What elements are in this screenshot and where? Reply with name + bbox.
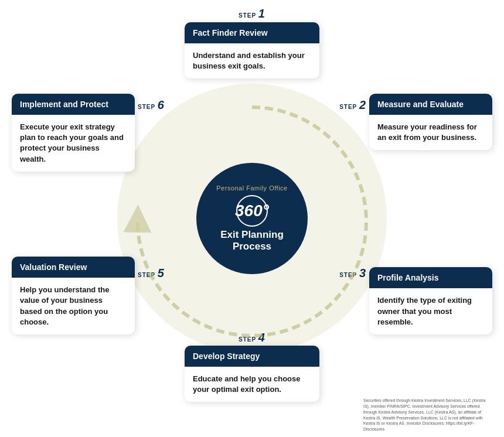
step-card-1: Fact Finder Review Understand and establ…	[185, 22, 319, 78]
step-body-5: Help you understand the value of your bu…	[12, 278, 135, 334]
step-body-1: Understand and establish your business e…	[185, 43, 319, 78]
step-card-3: Profile Analysis Identify the type of ex…	[369, 267, 492, 334]
step-body-2: Measure your readiness for an exit from …	[369, 115, 492, 150]
step-body-6: Execute your exit strategy plan to reach…	[12, 115, 135, 172]
step-header-1: Fact Finder Review	[185, 22, 319, 43]
step-card-4: Develop Strategy Educate and help you ch…	[185, 346, 319, 402]
step-label-1: STEP 1	[229, 7, 275, 21]
page-container: Personal Family Office 360° Exit Plannin…	[0, 0, 504, 437]
step-card-5: Valuation Review Help you understand the…	[12, 257, 135, 334]
center-circle: Personal Family Office 360° Exit Plannin…	[196, 163, 308, 274]
center-subtitle: Personal Family Office	[216, 185, 287, 192]
step-body-3: Identify the type of exiting owner that …	[369, 288, 492, 334]
disclaimer: Securities offered through Kestra Invest…	[363, 398, 492, 432]
step-header-2: Measure and Evaluate	[369, 94, 492, 115]
step-card-2: Measure and Evaluate Measure your readin…	[369, 94, 492, 150]
step-card-6: Implement and Protect Execute your exit …	[12, 94, 135, 172]
center-title: Exit PlanningProcess	[220, 229, 284, 253]
step-header-5: Valuation Review	[12, 257, 135, 278]
step-header-3: Profile Analysis	[369, 267, 492, 288]
center-360: 360°	[236, 195, 268, 227]
step-body-4: Educate and help you choose your optimal…	[185, 367, 319, 402]
step-header-4: Develop Strategy	[185, 346, 319, 367]
step-header-6: Implement and Protect	[12, 94, 135, 115]
